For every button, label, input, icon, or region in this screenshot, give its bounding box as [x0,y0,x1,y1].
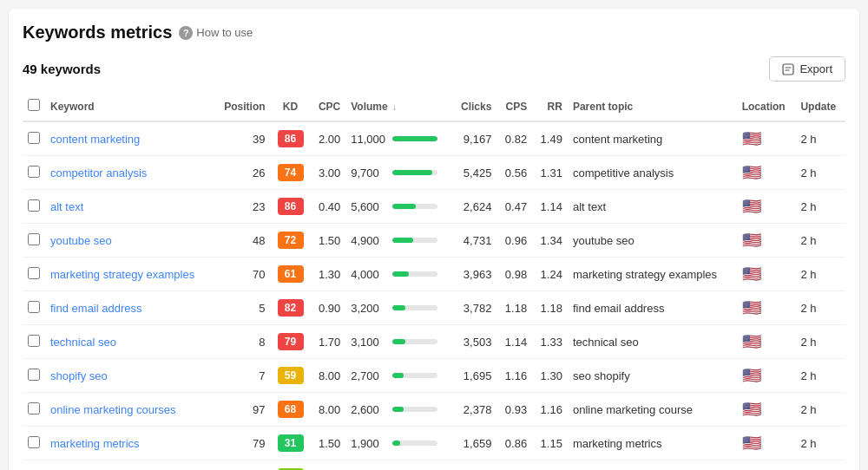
row-checkbox[interactable] [28,267,40,279]
parent-topic-cell: marketing metrics [568,427,737,460]
col-volume[interactable]: Volume ↓ [345,92,451,121]
keyword-link[interactable]: alt text [50,200,83,213]
kd-cell: 31 [271,427,311,460]
row-checkbox-cell [23,258,45,291]
keywords-table: Keyword Position KD CPC Volume ↓ Clicks … [23,92,845,470]
row-checkbox[interactable] [28,301,40,313]
col-location: Location [737,92,796,121]
keyword-link[interactable]: online marketing courses [50,403,176,416]
keyword-link[interactable]: content marketing [50,133,140,146]
table-row: marketing strategy examples70611.304,000… [23,258,845,291]
row-checkbox[interactable] [28,132,40,144]
parent-topic-cell: marketing strategy examples [568,258,737,291]
cps-cell: 0.93 [496,393,532,427]
cps-cell: 1.16 [496,359,532,393]
volume-bar-fill [392,204,416,209]
row-checkbox[interactable] [28,369,40,381]
clicks-cell: 2,624 [452,190,497,224]
cpc-cell: 3.00 [310,156,345,190]
volume-bar-container: 11,000 [351,133,437,146]
location-cell: 🇺🇸 [737,190,796,224]
position-cell: 23 [214,190,271,224]
rr-cell: 1.33 [532,325,568,359]
row-checkbox[interactable] [28,335,40,347]
volume-cell: 2,600 [345,393,451,427]
kd-cell: 82 [271,291,311,325]
table-row: online marketing courses97688.002,6002,3… [23,393,845,427]
volume-cell: 4,000 [345,258,451,291]
position-cell: 27 [214,460,271,471]
select-all-header[interactable] [23,92,45,121]
position-cell: 39 [214,121,271,156]
table-row: marketing metrics79311.501,9001,6590.861… [23,427,845,460]
kd-cell: 68 [271,393,311,427]
parent-topic-cell: competitive analysis [568,156,737,190]
volume-bar-fill [392,441,400,446]
page-header: Keywords metrics ? How to use [23,23,845,42]
select-all-checkbox[interactable] [28,99,40,111]
volume-bar-bg [392,373,437,378]
update-cell: 2 h [795,393,845,427]
row-checkbox[interactable] [28,166,40,178]
page-wrapper: Keywords metrics ? How to use 49 keyword… [9,9,859,470]
how-to-use-link[interactable]: ? How to use [179,26,253,40]
volume-value: 3,200 [351,302,385,315]
export-button[interactable]: Export [769,56,845,82]
kd-cell: 86 [271,190,311,224]
kd-cell: 61 [271,258,311,291]
kd-badge: 59 [278,367,304,384]
table-toolbar: 49 keywords Export [23,56,845,82]
table-row: find email address5820.903,2003,7821.181… [23,291,845,325]
volume-bar-fill [392,238,412,243]
clicks-cell: 5,425 [452,156,497,190]
clicks-cell: N/A [452,460,497,471]
col-update: Update [795,92,845,121]
keyword-link[interactable]: marketing metrics [50,437,140,450]
location-cell: 🇺🇸 [737,359,796,393]
kd-cell: 59 [271,359,311,393]
row-checkbox-cell [23,460,45,471]
keyword-link[interactable]: marketing strategy examples [50,268,194,281]
volume-bar-bg [392,170,437,175]
location-cell: 🇺🇸 [737,224,796,258]
export-icon [782,63,794,75]
location-cell: 🇺🇸 [737,156,796,190]
volume-cell: 1,900 [345,427,451,460]
flag-icon: 🇺🇸 [742,434,761,452]
volume-value: 2,700 [351,369,385,382]
flag-icon: 🇺🇸 [742,198,761,215]
row-checkbox[interactable] [28,199,40,212]
clicks-cell: 3,782 [452,291,497,325]
parent-topic-cell: seo shopify [568,359,737,393]
row-checkbox[interactable] [28,402,40,415]
position-cell: 70 [214,258,271,291]
kd-cell: 86 [271,121,311,156]
parent-topic-cell: alt text [568,190,737,224]
row-checkbox-cell [23,393,45,427]
row-checkbox-cell [23,291,45,325]
row-checkbox[interactable] [28,436,40,448]
table-row: content marketing39862.0011,0009,1670.82… [23,121,845,156]
keyword-link[interactable]: youtube seo [50,234,112,247]
update-cell: 2 h [795,224,845,258]
keyword-link[interactable]: find email address [50,302,142,315]
kd-cell: 79 [271,325,311,359]
keyword-link[interactable]: technical seo [50,336,116,349]
keyword-link[interactable]: shopify seo [50,369,108,382]
kd-badge: 79 [278,333,304,350]
volume-bar-bg [392,305,437,310]
update-cell: 2 h [795,291,845,325]
table-row: youtube seo48721.504,9004,7310.961.34you… [23,224,845,258]
volume-bar-container: 2,700 [351,369,437,382]
volume-value: 5,600 [351,200,385,213]
kd-cell: 74 [271,156,311,190]
row-checkbox-cell [23,359,45,393]
cps-cell: 0.98 [496,258,532,291]
row-checkbox-cell [23,190,45,224]
row-checkbox[interactable] [28,233,40,245]
volume-cell: 4,900 [345,224,451,258]
keyword-link[interactable]: competitor analysis [50,166,147,180]
table-row: technical seo8791.703,1003,5031.141.33te… [23,325,845,359]
kd-badge: 82 [278,299,304,317]
rr-cell: 1.24 [532,258,568,291]
